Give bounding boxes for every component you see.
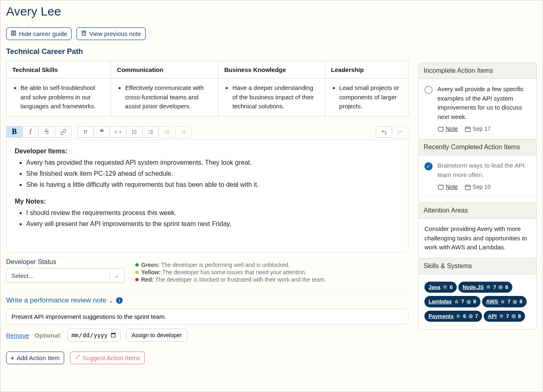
skill-star-value: 7 [493, 283, 496, 291]
undo-button[interactable] [376, 126, 392, 138]
chevron-down-icon: ⌄ [110, 272, 119, 279]
col-header: Technical Skills [7, 61, 111, 78]
outdent-button[interactable] [159, 126, 175, 138]
career-item: Lead small projects or components of lar… [339, 83, 402, 111]
skill-name: Lambdas [429, 298, 452, 306]
quote-button[interactable]: ❝ [94, 126, 110, 138]
skill-chip[interactable]: Payments ☆ 6 ◎ 7 [424, 311, 482, 322]
skill-name: Java [429, 283, 440, 291]
developer-status-label: Developer Status [6, 258, 125, 266]
heading-button[interactable] [77, 126, 94, 138]
review-heading[interactable]: Write a performance review note ⌄ i [6, 296, 408, 305]
assign-to-developer-button[interactable]: Assign to developer [126, 329, 187, 342]
svg-rect-22 [438, 127, 443, 131]
career-item: Be able to self-troubleshoot and solve p… [20, 83, 105, 111]
note-link[interactable]: Note [438, 183, 458, 191]
skill-name: Payments [429, 312, 453, 320]
red-dot-icon [135, 278, 139, 281]
hide-career-guide-label: Hide career guide [19, 30, 67, 37]
target-icon: ◎ [513, 298, 517, 305]
skill-chip[interactable]: API ☆ 7 ◎ 8 [484, 311, 525, 322]
calendar-icon [464, 184, 471, 190]
skills-systems-header: Skills & Systems [419, 258, 536, 274]
svg-rect-25 [438, 185, 443, 189]
note-icon [81, 30, 87, 37]
optional-label: Optional: [35, 332, 62, 339]
skill-target-value: 7 [475, 312, 478, 320]
skill-star-value: 7 [506, 312, 509, 320]
add-action-item-button[interactable]: + Add Action Item [6, 352, 64, 364]
note-link[interactable]: Note [438, 125, 458, 133]
target-icon: ◎ [467, 298, 471, 305]
sticky-note-icon [438, 126, 444, 132]
hide-career-guide-button[interactable]: Hide career guide [6, 27, 72, 40]
incomplete-action-items-header: Incomplete Action Items [419, 63, 536, 79]
italic-button[interactable]: I [22, 126, 39, 138]
skill-chip[interactable]: Lambdas ☆ 7 ◎ 8 [424, 296, 480, 307]
editor-toolbar: B I S ❝ < > [6, 126, 408, 138]
skill-name: AWS [486, 298, 498, 306]
star-icon: ☆ [454, 298, 459, 305]
action-item-row[interactable]: Brainstorm ways to lead the API team mor… [424, 161, 531, 191]
legend-text: The developer has some issues that need … [162, 269, 307, 276]
checked-circle-icon[interactable] [424, 162, 433, 170]
skill-chip[interactable]: AWS ☆ 7 ◎ 8 [482, 296, 527, 307]
redo-button[interactable] [392, 126, 408, 138]
sticky-note-icon [438, 184, 444, 190]
unchecked-circle-icon[interactable] [424, 86, 433, 94]
indent-button[interactable] [175, 126, 192, 138]
skill-name: Node.JS [462, 283, 484, 291]
skill-chip[interactable]: Node.JS ☆ 7 ◎ 8 [458, 282, 512, 293]
target-icon: ◎ [498, 283, 503, 291]
skill-name: API [488, 312, 497, 320]
note-bullet: Avery has provided the requested API sys… [26, 158, 400, 168]
star-icon: ☆ [486, 283, 491, 291]
note-bullet: She finished work item PC-129 ahead of s… [26, 169, 400, 179]
attention-areas-header: Attention Areas [419, 203, 536, 219]
link-button[interactable] [55, 126, 72, 138]
legend-label: Red: [141, 276, 154, 283]
green-dot-icon [135, 263, 139, 267]
career-item: Have a deeper understanding of the busin… [232, 83, 319, 111]
note-bullet: I should review the requirements process… [26, 208, 400, 218]
action-date-input[interactable] [67, 329, 121, 342]
target-icon: ◎ [512, 312, 516, 320]
legend-label: Yellow: [141, 269, 161, 276]
select-placeholder: Select... [11, 272, 34, 279]
completed-action-items-header: Recently Completed Action Items [419, 139, 536, 155]
note-editor[interactable]: Developer Items: Avery has provided the … [6, 139, 408, 253]
unordered-list-button[interactable] [126, 126, 143, 138]
bold-button[interactable]: B [6, 126, 22, 138]
legend-label: Green: [141, 262, 159, 268]
skill-star-value: 7 [461, 298, 464, 306]
action-item-row[interactable]: Avery will provide a few specific exampl… [424, 85, 531, 133]
view-previous-note-button[interactable]: View previous note [76, 27, 145, 40]
suggest-action-items-button[interactable]: Suggest Action Items [70, 352, 145, 364]
action-item-input[interactable] [6, 309, 408, 325]
action-item-text: Avery will provide a few specific exampl… [438, 85, 531, 121]
svg-point-7 [132, 130, 132, 130]
suggest-action-items-label: Suggest Action Items [83, 354, 140, 361]
ordered-list-button[interactable] [143, 126, 159, 138]
career-path-title: Technical Career Path [6, 47, 537, 56]
status-legend: Green: The developer is performing well … [135, 258, 326, 284]
info-icon[interactable]: i [116, 297, 123, 304]
legend-text: The developer is performing well and is … [161, 262, 290, 268]
page-title: Avery Lee [6, 4, 537, 18]
strikethrough-button[interactable]: S [39, 126, 55, 138]
review-heading-label: Write a performance review note [6, 296, 106, 305]
chevron-down-icon: ⌄ [109, 297, 114, 304]
code-button[interactable]: < > [110, 126, 126, 138]
remove-action-link[interactable]: Remove [6, 332, 29, 339]
skill-chip[interactable]: Java ☆ 6 [424, 282, 457, 293]
skill-target-value: 8 [519, 298, 522, 306]
add-action-item-label: Add Action Item [17, 354, 60, 361]
legend-text: The developer is blocked or frustrated w… [155, 276, 326, 283]
developer-status-select[interactable]: Select... ⌄ [6, 268, 125, 283]
target-icon: ◎ [469, 312, 473, 320]
magic-icon [74, 354, 80, 361]
note-section-title: Developer Items: [15, 148, 67, 155]
plus-icon: + [11, 354, 14, 361]
attention-areas-text: Consider providing Avery with more chall… [419, 219, 536, 258]
career-item: Effectively communicate with cross-funct… [125, 83, 212, 111]
